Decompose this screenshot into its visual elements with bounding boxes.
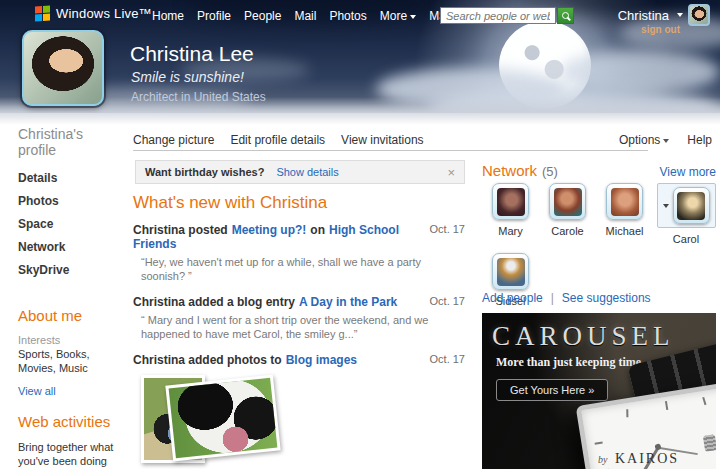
photo-collage[interactable]	[141, 375, 465, 469]
photo-dog-closeup	[169, 378, 278, 458]
network-member: Carol	[653, 183, 719, 245]
advertisement-banner[interactable]: CAROUSEL More than just keeping time Get…	[482, 313, 716, 469]
toolbar-divider	[133, 150, 648, 151]
feed-post-link[interactable]: Meeting up?!	[232, 223, 307, 237]
interests-label: Interests	[18, 334, 122, 346]
header-fog	[0, 97, 720, 113]
banner-text: Want birthday wishes?	[145, 166, 264, 178]
whats-new-feed: What's new with Christina Christina post…	[133, 193, 465, 469]
network-header: Network (5) View more	[482, 162, 716, 179]
add-people-link[interactable]: Add people	[482, 291, 543, 305]
sidebar-item-space[interactable]: Space	[18, 217, 122, 231]
profile-name: Christina Lee	[130, 42, 254, 66]
photo-thumbnail[interactable]	[165, 375, 280, 462]
close-icon[interactable]: ×	[447, 166, 455, 179]
options-menu[interactable]: Options	[619, 133, 669, 147]
member-avatar[interactable]	[492, 253, 529, 290]
search-bar	[440, 7, 574, 24]
profile-occupation: Architect in United States	[131, 90, 266, 104]
feed-album-link[interactable]: Blog images	[286, 353, 357, 367]
chevron-down-icon	[663, 139, 669, 143]
chevron-down-icon	[677, 13, 683, 17]
member-avatar[interactable]	[549, 183, 586, 220]
sidebar-item-network[interactable]: Network	[18, 240, 122, 254]
member-avatar[interactable]	[673, 187, 710, 224]
member-name: Mary	[498, 225, 522, 237]
web-activities-section: Web activities Bring together what you'v…	[18, 413, 122, 469]
show-details-link[interactable]: Show details	[276, 166, 338, 178]
feed-action-text: on	[310, 223, 325, 237]
brand-name: Windows Live™	[56, 6, 152, 21]
member-name: Carol	[673, 233, 699, 245]
see-suggestions-link[interactable]: See suggestions	[562, 291, 651, 305]
avatar	[497, 258, 525, 286]
view-more-link[interactable]: View more	[660, 165, 716, 179]
sidebar-item-photos[interactable]: Photos	[18, 194, 122, 208]
user-name: Christina	[618, 8, 669, 23]
user-menu[interactable]: Christina	[618, 4, 710, 26]
feed-blog-link[interactable]: A Day in the Park	[299, 295, 397, 309]
view-invitations-link[interactable]: View invitations	[341, 133, 424, 147]
profile-toolbar: Change picture Edit profile details View…	[133, 133, 712, 147]
ad-byline-by: by	[598, 454, 607, 465]
nav-links: Home Profile People Mail Photos More MSN	[152, 9, 465, 23]
network-links: Add people | See suggestions	[482, 291, 651, 305]
sign-out-link[interactable]: sign out	[641, 24, 680, 35]
top-navigation-bar: Windows Live™ Home Profile People Mail P…	[0, 0, 720, 26]
ad-cta-button[interactable]: Get Yours Here »	[496, 379, 608, 401]
network-member: Mary	[482, 183, 539, 245]
network-heading: Network	[482, 162, 537, 179]
view-all-link[interactable]: View all	[18, 385, 122, 397]
nav-item-photos[interactable]: Photos	[329, 9, 366, 23]
help-link[interactable]: Help	[687, 133, 712, 147]
change-picture-link[interactable]: Change picture	[133, 133, 214, 147]
nav-item-mail[interactable]: Mail	[294, 9, 316, 23]
member-name: Carole	[551, 225, 583, 237]
chevron-down-icon[interactable]	[663, 204, 669, 208]
feed-action-text: Christina added photos to	[133, 353, 282, 367]
feed-date: Oct. 17	[430, 353, 465, 367]
member-avatar[interactable]	[606, 183, 643, 220]
web-activities-heading: Web activities	[18, 413, 122, 430]
feed-item: Christina postedMeeting up?!onHigh Schoo…	[133, 223, 465, 283]
profile-status-message: Smile is sunshine!	[131, 69, 244, 85]
chevron-down-icon	[410, 15, 416, 19]
birthday-banner: Want birthday wishes? Show details ×	[135, 160, 465, 184]
nav-item-profile[interactable]: Profile	[197, 9, 231, 23]
network-member: Carole	[539, 183, 596, 245]
sidebar-item-skydrive[interactable]: SkyDrive	[18, 263, 122, 277]
avatar	[497, 188, 525, 216]
nav-item-people[interactable]: People	[244, 9, 281, 23]
ad-brand-title: CAROUSEL	[492, 321, 716, 352]
windows-live-profile-page: Windows Live™ Home Profile People Mail P…	[0, 0, 720, 469]
profile-picture[interactable]	[22, 30, 104, 106]
profile-header-banner: Windows Live™ Home Profile People Mail P…	[0, 0, 720, 113]
member-avatar[interactable]	[492, 183, 529, 220]
nav-item-home[interactable]: Home	[152, 9, 184, 23]
member-avatar-selected[interactable]	[657, 183, 716, 228]
about-me-section: About me Interests Sports, Books, Movies…	[18, 307, 122, 397]
separator: |	[551, 291, 554, 305]
feed-item: Christina added a blog entryA Day in the…	[133, 295, 465, 341]
edit-profile-details-link[interactable]: Edit profile details	[230, 133, 325, 147]
ad-byline-brand: KAIROS	[615, 451, 679, 466]
nav-item-more[interactable]: More	[380, 9, 416, 23]
feed-quote: “Hey, we haven't met up for a while, sha…	[141, 255, 451, 283]
search-button[interactable]	[557, 7, 574, 24]
search-input[interactable]	[440, 7, 556, 24]
feed-date: Oct. 17	[430, 223, 465, 251]
search-icon	[562, 12, 569, 19]
user-avatar	[688, 4, 710, 26]
member-name: Michael	[606, 225, 644, 237]
feed-action-text: Christina posted	[133, 223, 228, 237]
feed-quote: “ Mary and I went for a short trip over …	[141, 313, 451, 341]
feed-date: Oct. 17	[430, 295, 465, 309]
network-member: Michael	[596, 183, 653, 245]
windows-live-logo[interactable]: Windows Live™	[35, 6, 152, 21]
sidebar-item-details[interactable]: Details	[18, 171, 122, 185]
avatar	[677, 192, 705, 220]
interests-value: Sports, Books, Movies, Music	[18, 347, 122, 375]
watch-crown-image	[703, 434, 716, 452]
sidebar-title: Christina's profile	[18, 126, 122, 158]
web-activities-description: Bring together what you've been doing on…	[18, 440, 122, 469]
